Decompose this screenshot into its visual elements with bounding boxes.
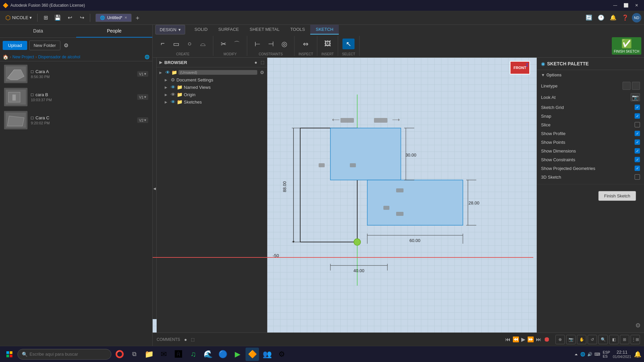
taskbar-edge[interactable]: 🌊 [201, 348, 215, 361]
circle-tool-button[interactable]: ○ [183, 39, 196, 49]
breadcrumb-dispensador[interactable]: Dispensador de alcohol [38, 55, 80, 59]
tree-visibility-icon[interactable]: 👁 [165, 70, 170, 75]
taskbar-cortana[interactable]: ⭕ [113, 348, 126, 361]
question-icon[interactable]: ❓ [620, 12, 631, 23]
view-zoom-button[interactable]: 🔍 [598, 335, 608, 344]
view-grid-button[interactable]: ⊞ [620, 335, 629, 344]
clock[interactable]: 22:11 01/04/2021 [613, 350, 631, 359]
browser-close[interactable]: ⬚ [261, 60, 264, 65]
globe-icon[interactable]: 🌐 [145, 55, 150, 59]
view-display-button[interactable]: ◧ [609, 335, 619, 344]
taskbar-chrome[interactable]: 🔵 [216, 348, 229, 361]
system-tray-expand[interactable]: ⏶ [574, 352, 578, 357]
ribbon-tab-surface[interactable]: SURFACE [213, 25, 244, 35]
ribbon-tab-tools[interactable]: TOOLS [285, 25, 310, 35]
circle2-button[interactable]: ◎ [278, 39, 290, 49]
active-tab[interactable]: 🌐 Untitled* ✕ [96, 14, 131, 22]
file-version[interactable]: V1 ▾ [137, 94, 148, 100]
minimize-button[interactable]: — [610, 2, 620, 9]
arc-tool-button[interactable]: ⌓ [197, 39, 209, 49]
finish-sketch-palette-button[interactable]: Finish Sketch [598, 191, 636, 201]
view-orient-button[interactable]: ⊕ [555, 335, 565, 344]
taskbar-media[interactable]: ▶ [231, 348, 244, 361]
redo-icon[interactable]: ↪ [76, 12, 87, 23]
view-cube[interactable]: FRONT [510, 61, 533, 84]
tree-item-root[interactable]: ▶ 👁 📁 (Unsaved) ⚙ [158, 69, 266, 76]
insert-button[interactable]: 🖼 [322, 39, 334, 49]
breadcrumb-new-project[interactable]: New Project [12, 55, 34, 59]
user-avatar[interactable]: ND [632, 13, 641, 22]
slice-checkbox[interactable] [635, 122, 640, 127]
file-version[interactable]: V2 ▾ [137, 117, 148, 123]
tree-settings-icon[interactable]: ⚙ [260, 70, 264, 75]
settings-button[interactable]: ⚙ [62, 41, 70, 50]
save-icon[interactable]: 💾 [52, 12, 63, 23]
volume-icon[interactable]: 🔊 [587, 352, 592, 357]
keyboard-icon[interactable]: ⌨ [594, 352, 600, 357]
browser-pin[interactable]: ● [255, 60, 257, 65]
close-button[interactable]: ✕ [632, 2, 641, 9]
view-more-button[interactable]: ⋮⊞ [631, 335, 640, 344]
notification-icon[interactable]: 🔔 [634, 351, 641, 358]
browser-collapse-button[interactable]: ◀ [153, 58, 157, 319]
maximize-button[interactable]: ⬜ [621, 2, 631, 9]
view-camera-button[interactable]: 📷 [566, 335, 576, 344]
new-tab-button[interactable]: ＋ [132, 12, 143, 23]
list-item[interactable]: □ cara B 10:03:37 PM V1 ▾ [1, 86, 151, 108]
tree-item-origin[interactable]: ▶ 👁 📁 Origin [158, 91, 266, 98]
tree-visibility-views-icon[interactable]: 👁 [171, 84, 175, 90]
trim-button[interactable]: ✂ [217, 39, 229, 49]
taskbar-spotify[interactable]: ♫ [186, 348, 200, 361]
select-button[interactable]: ↖ [342, 39, 355, 49]
show-constraints-checkbox[interactable] [635, 157, 640, 162]
view-pan-button[interactable]: ✋ [577, 335, 586, 344]
rewind-start-button[interactable]: ⏮ [505, 337, 511, 343]
rectangle-tool-button[interactable]: ▭ [170, 39, 182, 49]
upload-button[interactable]: Upload [3, 41, 27, 50]
show-projected-checkbox[interactable] [635, 166, 640, 171]
ribbon-tab-sheet-metal[interactable]: SHEET METAL [244, 25, 285, 35]
timeline-record-button[interactable]: ⏺ [543, 336, 550, 343]
forward-end-button[interactable]: ⏭ [536, 337, 541, 343]
lookat-btn[interactable]: 📷 [631, 93, 640, 101]
snap-checkbox[interactable] [635, 113, 640, 119]
ribbon-tab-solid[interactable]: SOLID [189, 25, 213, 35]
show-profile-checkbox[interactable] [635, 131, 640, 136]
list-item[interactable]: □ Cara A 8:56:30 PM V1 ▾ [1, 63, 151, 85]
view-orbit-button[interactable]: ↺ [588, 335, 597, 344]
constraint-button[interactable]: ⊢ [251, 39, 263, 49]
taskbar-explorer[interactable]: 📁 [142, 348, 156, 361]
sketch-grid-checkbox[interactable] [635, 105, 640, 110]
linetype-btn-1[interactable] [623, 82, 631, 90]
taskbar-unknown[interactable]: ⚙ [275, 348, 288, 361]
design-dropdown[interactable]: DESIGN ▾ [155, 25, 185, 35]
network-icon[interactable]: 🌐 [580, 352, 585, 357]
taskbar-taskview[interactable]: ⧉ [127, 348, 141, 361]
tree-item-doc-settings[interactable]: ▶ ⚙ Document Settings [158, 76, 266, 83]
undo-icon[interactable]: ↩ [64, 12, 75, 23]
show-dimensions-checkbox[interactable] [635, 148, 640, 154]
refresh-icon[interactable]: 🔄 [584, 12, 594, 23]
show-points-checkbox[interactable] [635, 139, 640, 145]
tab-people[interactable]: People [76, 25, 152, 38]
rewind-button[interactable]: ⏪ [513, 336, 519, 343]
taskbar-search-input[interactable] [30, 352, 107, 357]
line-tool-button[interactable]: ⌐ [157, 38, 169, 49]
constraint2-button[interactable]: ⊣ [265, 39, 277, 49]
finish-sketch-ribbon-button[interactable]: ✅ FINISH SKETCH [612, 37, 641, 55]
tree-item-sketches[interactable]: ▶ 👁 📁 Sketches [158, 98, 266, 106]
tab-data[interactable]: Data [0, 25, 76, 38]
fillet-button[interactable]: ⌒ [231, 39, 243, 49]
user-menu[interactable]: ⬡ NICOLE ▾ [3, 13, 35, 23]
fast-forward-button[interactable]: ⏩ [527, 336, 534, 343]
viewport[interactable]: FRONT Z ◀ ▶ BROWSER ● ⬚ ▶ 👁 [153, 58, 644, 333]
3d-sketch-checkbox[interactable] [635, 174, 640, 180]
taskbar-teams[interactable]: 👥 [260, 348, 274, 361]
taskbar-search-bar[interactable]: 🔍 [17, 349, 111, 360]
ribbon-tab-sketch[interactable]: SKETCH [310, 25, 339, 35]
new-folder-button[interactable]: New Folder [29, 41, 60, 50]
start-button[interactable] [3, 348, 16, 360]
comments-expand[interactable]: ⬚ [191, 337, 195, 342]
tab-close-icon[interactable]: ✕ [124, 16, 127, 19]
grid-icon[interactable]: ⊞ [40, 12, 51, 23]
